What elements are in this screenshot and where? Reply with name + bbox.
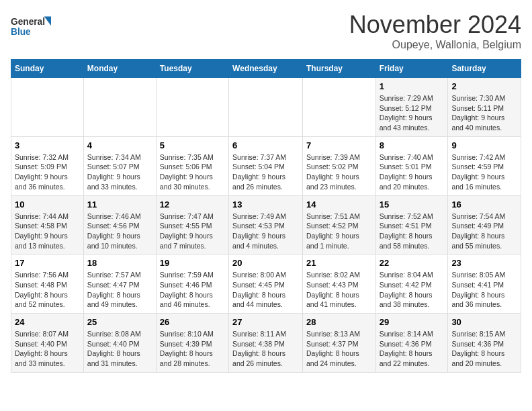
day-info: Sunrise: 7:51 AM Sunset: 4:52 PM Dayligh… [306,212,372,251]
day-info: Sunrise: 7:52 AM Sunset: 4:51 PM Dayligh… [380,212,445,251]
logo: General Blue [11,11,51,43]
day-cell: 3Sunrise: 7:32 AM Sunset: 5:09 PM Daylig… [11,136,84,195]
day-cell [229,78,303,137]
day-number: 13 [232,199,299,210]
header-wednesday: Wednesday [229,60,303,78]
header-saturday: Saturday [448,60,521,78]
day-cell: 2Sunrise: 7:30 AM Sunset: 5:11 PM Daylig… [448,78,521,137]
day-info: Sunrise: 7:57 AM Sunset: 4:47 PM Dayligh… [87,270,152,310]
day-number: 15 [380,199,445,210]
day-info: Sunrise: 7:29 AM Sunset: 5:12 PM Dayligh… [380,93,445,133]
day-cell: 27Sunrise: 8:11 AM Sunset: 4:38 PM Dayli… [229,314,303,373]
day-cell [83,78,156,137]
day-number: 14 [306,199,372,210]
week-row-4: 17Sunrise: 7:56 AM Sunset: 4:48 PM Dayli… [11,255,521,314]
day-info: Sunrise: 8:00 AM Sunset: 4:45 PM Dayligh… [232,270,299,310]
day-number: 21 [306,258,372,268]
day-cell: 26Sunrise: 8:10 AM Sunset: 4:39 PM Dayli… [156,314,228,373]
day-cell: 7Sunrise: 7:39 AM Sunset: 5:02 PM Daylig… [302,136,375,195]
day-info: Sunrise: 8:08 AM Sunset: 4:40 PM Dayligh… [87,329,152,369]
day-cell: 18Sunrise: 7:57 AM Sunset: 4:47 PM Dayli… [83,255,156,314]
logo-svg: General Blue [11,11,51,43]
day-number: 24 [15,317,80,327]
day-cell: 17Sunrise: 7:56 AM Sunset: 4:48 PM Dayli… [11,255,84,314]
day-cell: 11Sunrise: 7:46 AM Sunset: 4:56 PM Dayli… [83,195,156,255]
day-number: 27 [232,317,299,327]
day-cell: 12Sunrise: 7:47 AM Sunset: 4:55 PM Dayli… [156,195,228,255]
day-number: 18 [87,258,152,268]
day-number: 23 [451,258,517,268]
day-info: Sunrise: 8:10 AM Sunset: 4:39 PM Dayligh… [160,329,225,369]
day-info: Sunrise: 7:54 AM Sunset: 4:49 PM Dayligh… [451,212,517,251]
day-number: 10 [15,199,80,210]
svg-marker-2 [44,17,51,26]
week-row-2: 3Sunrise: 7:32 AM Sunset: 5:09 PM Daylig… [11,136,521,195]
day-number: 6 [232,140,299,150]
day-number: 28 [306,317,372,327]
day-cell: 24Sunrise: 8:07 AM Sunset: 4:40 PM Dayli… [11,314,84,373]
day-info: Sunrise: 7:56 AM Sunset: 4:48 PM Dayligh… [15,270,80,310]
header-friday: Friday [375,60,448,78]
title-area: November 2024 Oupeye, Wallonia, Belgium [349,11,521,51]
day-number: 19 [160,258,225,268]
day-info: Sunrise: 7:34 AM Sunset: 5:07 PM Dayligh… [87,152,152,192]
day-number: 9 [451,140,517,150]
day-info: Sunrise: 7:49 AM Sunset: 4:53 PM Dayligh… [232,212,299,251]
svg-text:General: General [11,17,45,27]
day-cell: 28Sunrise: 8:13 AM Sunset: 4:37 PM Dayli… [302,314,375,373]
day-cell: 22Sunrise: 8:04 AM Sunset: 4:42 PM Dayli… [375,255,448,314]
header: General Blue November 2024 Oupeye, Wallo… [11,11,521,51]
day-info: Sunrise: 8:04 AM Sunset: 4:42 PM Dayligh… [380,270,445,310]
day-info: Sunrise: 7:35 AM Sunset: 5:06 PM Dayligh… [160,152,225,192]
day-cell: 14Sunrise: 7:51 AM Sunset: 4:52 PM Dayli… [302,195,375,255]
day-number: 2 [451,81,517,91]
day-number: 30 [451,317,517,327]
week-row-3: 10Sunrise: 7:44 AM Sunset: 4:58 PM Dayli… [11,195,521,255]
day-info: Sunrise: 7:37 AM Sunset: 5:04 PM Dayligh… [232,152,299,192]
day-info: Sunrise: 7:44 AM Sunset: 4:58 PM Dayligh… [15,212,80,251]
day-cell [156,78,228,137]
day-number: 12 [160,199,225,210]
header-row: SundayMondayTuesdayWednesdayThursdayFrid… [11,60,521,78]
day-number: 17 [15,258,80,268]
day-info: Sunrise: 8:07 AM Sunset: 4:40 PM Dayligh… [15,329,80,369]
day-number: 8 [380,140,445,150]
day-info: Sunrise: 7:59 AM Sunset: 4:46 PM Dayligh… [160,270,225,310]
day-number: 1 [380,81,445,91]
day-cell: 30Sunrise: 8:15 AM Sunset: 4:36 PM Dayli… [448,314,521,373]
day-cell: 16Sunrise: 7:54 AM Sunset: 4:49 PM Dayli… [448,195,521,255]
day-cell: 8Sunrise: 7:40 AM Sunset: 5:01 PM Daylig… [375,136,448,195]
day-cell: 6Sunrise: 7:37 AM Sunset: 5:04 PM Daylig… [229,136,303,195]
day-number: 7 [306,140,372,150]
day-cell: 20Sunrise: 8:00 AM Sunset: 4:45 PM Dayli… [229,255,303,314]
day-cell: 9Sunrise: 7:42 AM Sunset: 4:59 PM Daylig… [448,136,521,195]
week-row-1: 1Sunrise: 7:29 AM Sunset: 5:12 PM Daylig… [11,78,521,137]
day-cell: 21Sunrise: 8:02 AM Sunset: 4:43 PM Dayli… [302,255,375,314]
day-info: Sunrise: 8:14 AM Sunset: 4:36 PM Dayligh… [380,329,445,369]
day-cell: 5Sunrise: 7:35 AM Sunset: 5:06 PM Daylig… [156,136,228,195]
day-info: Sunrise: 7:46 AM Sunset: 4:56 PM Dayligh… [87,212,152,251]
day-info: Sunrise: 7:40 AM Sunset: 5:01 PM Dayligh… [380,152,445,192]
day-cell: 1Sunrise: 7:29 AM Sunset: 5:12 PM Daylig… [375,78,448,137]
day-cell: 4Sunrise: 7:34 AM Sunset: 5:07 PM Daylig… [83,136,156,195]
header-monday: Monday [83,60,156,78]
day-cell [302,78,375,137]
day-number: 11 [87,199,152,210]
day-info: Sunrise: 8:15 AM Sunset: 4:36 PM Dayligh… [451,329,517,369]
day-number: 5 [160,140,225,150]
day-number: 16 [451,199,517,210]
week-row-5: 24Sunrise: 8:07 AM Sunset: 4:40 PM Dayli… [11,314,521,373]
day-info: Sunrise: 8:13 AM Sunset: 4:37 PM Dayligh… [306,329,372,369]
day-cell: 13Sunrise: 7:49 AM Sunset: 4:53 PM Dayli… [229,195,303,255]
day-cell: 25Sunrise: 8:08 AM Sunset: 4:40 PM Dayli… [83,314,156,373]
day-info: Sunrise: 7:47 AM Sunset: 4:55 PM Dayligh… [160,212,225,251]
header-thursday: Thursday [302,60,375,78]
day-number: 25 [87,317,152,327]
month-title: November 2024 [349,11,521,39]
day-cell: 29Sunrise: 8:14 AM Sunset: 4:36 PM Dayli… [375,314,448,373]
day-info: Sunrise: 8:05 AM Sunset: 4:41 PM Dayligh… [451,270,517,310]
header-tuesday: Tuesday [156,60,228,78]
day-cell [11,78,84,137]
day-number: 29 [380,317,445,327]
calendar-table: SundayMondayTuesdayWednesdayThursdayFrid… [11,59,521,373]
